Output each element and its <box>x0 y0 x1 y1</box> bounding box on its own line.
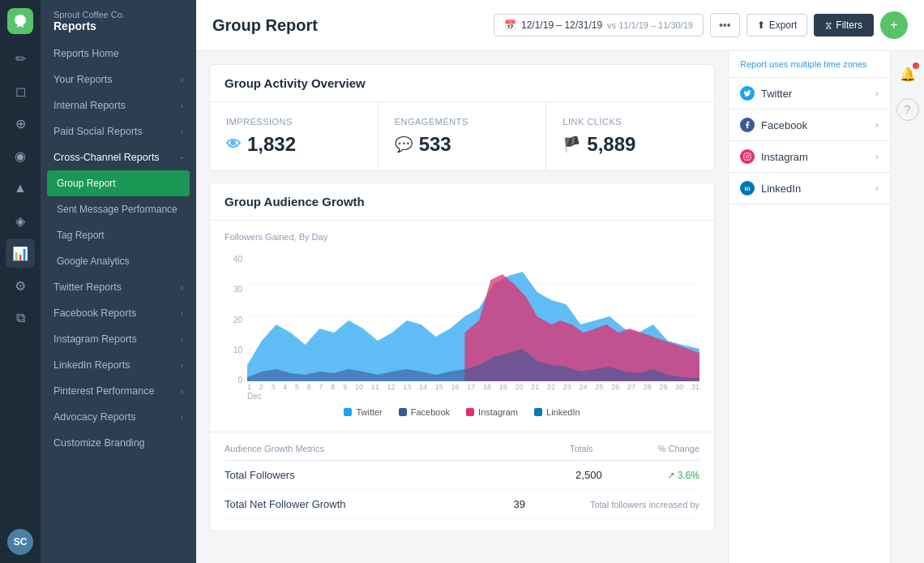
nav-icon-messages[interactable]: ◻ <box>6 76 35 105</box>
svg-point-6 <box>746 155 748 157</box>
metric-link-clicks: Link Clicks 🏴 5,889 <box>546 102 714 170</box>
header-actions: 📅 12/1/19 – 12/31/19 vs 11/1/19 – 11/30/… <box>494 11 908 39</box>
audience-card-title: Group Audience Growth <box>225 195 699 208</box>
metrics-row: Impressions 👁 1,832 Engagements 💬 533 <box>210 102 714 170</box>
compose-button[interactable]: + <box>880 11 908 39</box>
network-item-twitter[interactable]: Twitter › <box>729 78 890 110</box>
sidebar-item-sent-message[interactable]: Sent Message Performance <box>41 196 196 222</box>
table-row-net-follower-growth: Total Net Follower Growth 39 Total follo… <box>225 490 699 519</box>
link-clicks-label: Link Clicks <box>563 117 698 127</box>
audience-card-header: Group Audience Growth <box>210 183 714 221</box>
sidebar-item-instagram-reports[interactable]: Instagram Reports › <box>41 326 196 352</box>
sidebar-item-internal-reports[interactable]: Internal Reports › <box>41 92 196 118</box>
multiple-timezones-link[interactable]: multiple <box>790 59 821 69</box>
legend-dot-linkedin <box>534 408 542 416</box>
twitter-chevron-icon: › <box>875 88 879 99</box>
impressions-value: 👁 1,832 <box>226 133 361 156</box>
nav-icon-social[interactable]: ◉ <box>6 141 35 170</box>
brand-area: Sprout Coffee Co. Reports <box>41 0 196 41</box>
legend-facebook: Facebook <box>399 407 450 417</box>
network-item-linkedin[interactable]: in LinkedIn › <box>729 173 890 204</box>
main-content: Group Activity Overview Impressions 👁 1,… <box>196 51 728 563</box>
chart-area: 1234567891011121314151617181920212223242… <box>247 251 699 401</box>
chevron-icon: › <box>181 335 183 344</box>
network-item-instagram-left: Instagram <box>740 149 808 164</box>
link-clicks-value: 🏴 5,889 <box>563 133 698 156</box>
engagements-label: Engagements <box>395 117 530 127</box>
chevron-icon: › <box>181 283 183 292</box>
chevron-icon: › <box>181 127 183 136</box>
sidebar-item-customize-branding[interactable]: Customize Branding <box>41 430 196 456</box>
metric-impressions: Impressions 👁 1,832 <box>210 102 379 170</box>
page-title: Group Report <box>212 16 318 35</box>
change-positive-badge: ↗ 3.6% <box>667 470 699 481</box>
sidebar-item-linkedin-reports[interactable]: LinkedIn Reports › <box>41 352 196 378</box>
filters-button[interactable]: ⧖ Filters <box>814 14 874 37</box>
help-icon[interactable]: ? <box>896 98 919 121</box>
y-axis: 40 30 20 10 0 <box>225 251 247 401</box>
legend-instagram: Instagram <box>466 407 518 417</box>
sidebar-item-your-reports[interactable]: Your Reports › <box>41 67 196 92</box>
legend-linkedin: LinkedIn <box>534 407 580 417</box>
nav-icon-apps[interactable]: ⧉ <box>6 303 35 333</box>
nav-icon-compose[interactable]: ✏ <box>6 44 35 73</box>
compare-range: vs 11/1/19 – 11/30/19 <box>607 20 693 30</box>
calendar-icon: 📅 <box>504 19 516 31</box>
legend-twitter: Twitter <box>344 407 382 417</box>
chevron-icon: › <box>181 413 183 422</box>
twitter-network-dot <box>740 86 755 101</box>
audience-metrics-section: Audience Growth Metrics Totals % Change … <box>210 432 714 531</box>
legend-dot-facebook <box>399 408 407 416</box>
notification-badge <box>913 62 919 69</box>
facebook-chevron-icon: › <box>875 119 879 131</box>
activity-card-header: Group Activity Overview <box>210 65 714 102</box>
engagements-icon: 💬 <box>395 135 413 153</box>
notification-icon[interactable]: 🔔 <box>896 62 919 85</box>
activity-overview-card: Group Activity Overview Impressions 👁 1,… <box>209 64 715 171</box>
network-item-instagram[interactable]: Instagram › <box>729 141 890 173</box>
nav-icon-listen[interactable]: ◈ <box>6 206 35 235</box>
sidebar-item-google-analytics[interactable]: Google Analytics <box>41 248 196 274</box>
sidebar-item-twitter-reports[interactable]: Twitter Reports › <box>41 274 196 300</box>
impressions-icon: 👁 <box>226 136 241 153</box>
sidebar-item-group-report[interactable]: Group Report <box>47 170 190 196</box>
sidebar-item-facebook-reports[interactable]: Facebook Reports › <box>41 300 196 326</box>
sidebar-item-pinterest[interactable]: Pinterest Performance › <box>41 378 196 404</box>
network-note: Report uses multiple time zones <box>729 51 890 78</box>
right-panel: 🔔 ? <box>890 51 924 563</box>
company-name: Sprout Coffee Co. <box>53 10 183 19</box>
sidebar-item-cross-channel[interactable]: Cross-Channel Reports › <box>41 144 196 170</box>
nav-icon-publish[interactable]: ▲ <box>6 174 35 203</box>
sidebar-item-advocacy[interactable]: Advocacy Reports › <box>41 404 196 430</box>
chevron-icon: › <box>181 75 183 84</box>
network-item-linkedin-left: in LinkedIn <box>740 181 801 196</box>
content-with-panel: Group Activity Overview Impressions 👁 1,… <box>196 51 924 563</box>
instagram-network-dot <box>740 149 755 164</box>
chart-subtitle: Followers Gained, By Day <box>225 232 699 242</box>
date-range-button[interactable]: 📅 12/1/19 – 12/31/19 vs 11/1/19 – 11/30/… <box>494 14 704 37</box>
app-logo[interactable] <box>7 8 33 34</box>
section-name: Reports <box>53 19 183 32</box>
sidebar-item-reports-home[interactable]: Reports Home <box>41 41 196 67</box>
filters-icon: ⧖ <box>825 19 832 31</box>
nav-sidebar: Sprout Coffee Co. Reports Reports Home Y… <box>41 0 196 563</box>
instagram-chevron-icon: › <box>875 151 879 162</box>
export-button[interactable]: ⬆ Export <box>746 14 808 37</box>
export-icon: ⬆ <box>757 19 765 31</box>
chart-legend: Twitter Facebook Instagram <box>225 401 699 420</box>
metrics-table: Audience Growth Metrics Totals % Change … <box>210 432 714 531</box>
user-avatar[interactable]: SC <box>7 529 33 555</box>
x-axis-labels: 1234567891011121314151617181920212223242… <box>247 381 699 391</box>
chevron-icon: › <box>181 309 183 318</box>
chart-container: Followers Gained, By Day 40 30 20 10 0 <box>210 221 714 432</box>
sidebar-item-paid-social[interactable]: Paid Social Reports › <box>41 118 196 144</box>
linkedin-chevron-icon: › <box>875 183 879 194</box>
network-item-facebook[interactable]: Facebook › <box>729 110 890 141</box>
more-button[interactable]: ••• <box>710 13 740 37</box>
chart-svg <box>247 251 699 381</box>
link-clicks-icon: 🏴 <box>563 135 580 153</box>
nav-icon-tasks[interactable]: ⊕ <box>6 109 35 138</box>
sidebar-item-tag-report[interactable]: Tag Report <box>41 222 196 248</box>
nav-icon-reports[interactable]: 📊 <box>6 239 35 268</box>
nav-icon-settings[interactable]: ⚙ <box>6 271 35 300</box>
